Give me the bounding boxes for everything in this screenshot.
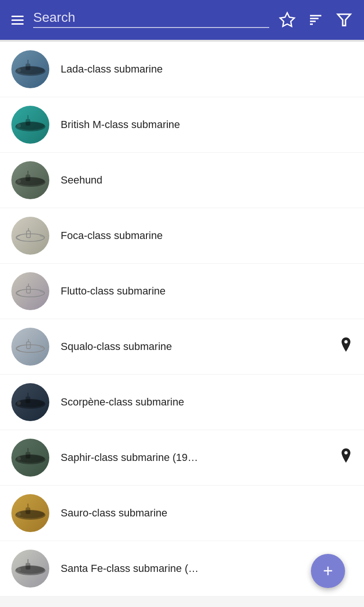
sort-button[interactable] bbox=[303, 8, 328, 32]
item-label: Foca-class submarine bbox=[61, 229, 353, 243]
list-item[interactable]: Scorpène-class submarine bbox=[0, 375, 364, 430]
item-label: Flutto-class submarine bbox=[61, 285, 353, 298]
svg-rect-56 bbox=[26, 563, 30, 570]
list-item[interactable]: Squalo-class submarine bbox=[0, 319, 364, 375]
location-pin-icon bbox=[339, 337, 353, 356]
svg-point-15 bbox=[17, 124, 21, 128]
list-item[interactable]: Flutto-class submarine bbox=[0, 264, 364, 319]
item-label: British M-class submarine bbox=[61, 118, 353, 132]
filter-icon bbox=[336, 11, 353, 28]
favorites-button[interactable] bbox=[275, 8, 300, 32]
item-label: Squalo-class submarine bbox=[61, 340, 334, 354]
item-label: Saphir-class submarine (19… bbox=[61, 451, 334, 465]
list-item[interactable]: Seehund bbox=[0, 153, 364, 208]
avatar bbox=[11, 50, 49, 88]
item-label: Santa Fe-class submarine (… bbox=[61, 562, 353, 576]
svg-rect-18 bbox=[26, 175, 30, 181]
search-input-wrapper bbox=[33, 8, 269, 32]
item-label: Scorpène-class submarine bbox=[61, 395, 353, 409]
svg-point-20 bbox=[17, 179, 21, 183]
svg-point-58 bbox=[17, 568, 21, 571]
svg-rect-28 bbox=[27, 286, 30, 293]
item-label: Seehund bbox=[61, 174, 353, 187]
svg-rect-34 bbox=[27, 342, 30, 349]
avatar bbox=[11, 106, 49, 144]
svg-rect-13 bbox=[26, 119, 30, 126]
list-item[interactable]: Lada-class submarine bbox=[0, 42, 364, 97]
avatar bbox=[11, 439, 49, 477]
star-icon bbox=[279, 11, 296, 28]
list-item[interactable]: Sauro-class submarine bbox=[0, 486, 364, 541]
list-item[interactable]: Santa Fe-class submarine (… bbox=[0, 541, 364, 597]
avatar bbox=[11, 161, 49, 199]
app-header bbox=[0, 0, 364, 40]
svg-rect-51 bbox=[26, 507, 30, 514]
svg-marker-0 bbox=[280, 13, 294, 27]
avatar bbox=[11, 550, 49, 588]
sort-icon bbox=[307, 11, 324, 28]
svg-marker-5 bbox=[338, 14, 351, 26]
svg-rect-41 bbox=[26, 396, 30, 403]
item-label: Sauro-class submarine bbox=[61, 506, 353, 520]
menu-button[interactable] bbox=[8, 12, 27, 28]
list-item[interactable]: Saphir-class submarine (19… bbox=[0, 430, 364, 486]
avatar bbox=[11, 494, 49, 532]
list-item[interactable]: Foca-class submarine bbox=[0, 208, 364, 264]
search-input[interactable] bbox=[33, 8, 269, 28]
svg-point-43 bbox=[17, 401, 21, 405]
avatar bbox=[11, 328, 49, 366]
add-button[interactable]: + bbox=[311, 554, 345, 588]
svg-rect-22 bbox=[27, 231, 30, 238]
avatar bbox=[11, 217, 49, 255]
svg-point-48 bbox=[17, 457, 21, 460]
svg-rect-46 bbox=[26, 452, 30, 459]
header-actions bbox=[275, 8, 356, 32]
submarine-list: Lada-class submarine British M-class sub… bbox=[0, 42, 364, 597]
filter-button[interactable] bbox=[332, 8, 356, 32]
avatar bbox=[11, 383, 49, 421]
svg-point-10 bbox=[17, 68, 21, 72]
location-pin-icon bbox=[339, 448, 353, 467]
svg-rect-8 bbox=[26, 64, 30, 70]
avatar bbox=[11, 272, 49, 310]
list-item[interactable]: British M-class submarine bbox=[0, 97, 364, 153]
item-label: Lada-class submarine bbox=[61, 63, 353, 76]
svg-point-53 bbox=[17, 512, 21, 516]
